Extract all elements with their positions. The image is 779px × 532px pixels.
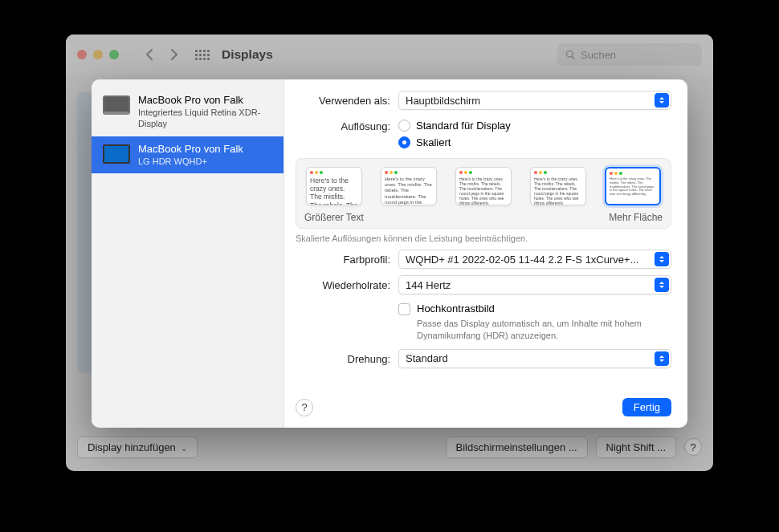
minimize-icon[interactable] (93, 50, 103, 59)
zoom-icon[interactable] (109, 50, 119, 59)
hdr-label: Hochkontrastbild (417, 303, 671, 315)
traffic-lights (77, 50, 119, 59)
scale-option-2[interactable]: Here's to the crazy ones. The misfits. T… (381, 167, 437, 205)
display-list-sidebar: MacBook Pro von Falk Integriertes Liquid… (92, 79, 284, 428)
external-display-icon (103, 144, 130, 164)
display-item-internal[interactable]: MacBook Pro von Falk Integriertes Liquid… (92, 87, 283, 136)
add-display-button[interactable]: Display hinzufügen⌄ (77, 437, 198, 458)
laptop-display-icon (103, 95, 130, 115)
display-settings-sheet: MacBook Pro von Falk Integriertes Liquid… (92, 79, 687, 428)
search-icon (565, 50, 576, 60)
select-arrows-icon (655, 351, 669, 366)
settings-content: Verwenden als: Hauptbildschirm Auflösung… (284, 79, 687, 428)
select-arrows-icon (655, 93, 669, 108)
close-icon[interactable] (77, 50, 87, 59)
scale-label-right: Mehr Fläche (609, 212, 663, 223)
back-button[interactable] (140, 46, 157, 63)
scale-option-1[interactable]: Here's to the crazy ones. The misfits. T… (306, 167, 362, 205)
help-button[interactable]: ? (684, 438, 702, 456)
resolution-label: Auflösung: (296, 116, 398, 132)
scale-warning-note: Skalierte Auflösungen können die Leistun… (296, 234, 671, 243)
rotation-select[interactable]: Standard (398, 349, 671, 368)
search-input[interactable]: Suchen (557, 43, 702, 66)
refresh-rate-select[interactable]: 144 Hertz (398, 275, 671, 294)
color-profile-select[interactable]: WQHD+ #1 2022-02-05 11-44 2.2 F-S 1xCurv… (398, 250, 671, 269)
color-profile-label: Farbprofil: (296, 250, 398, 266)
night-shift-button[interactable]: Night Shift ... (596, 437, 676, 458)
display-sub: LG HDR WQHD+ (138, 156, 243, 167)
search-placeholder: Suchen (581, 49, 616, 61)
hdr-hint: Passe das Display automatisch an, um Inh… (417, 318, 671, 343)
radio-icon (398, 120, 410, 132)
show-all-icon[interactable] (196, 48, 209, 61)
select-arrows-icon (655, 278, 669, 292)
use-as-label: Verwenden als: (296, 91, 398, 107)
scale-option-5[interactable]: Here's to the crazy ones. The misfits. T… (605, 167, 661, 205)
resolution-scaled-radio[interactable]: Skaliert (398, 136, 671, 148)
scale-option-4[interactable]: Here's to the crazy ones. The misfits. T… (530, 167, 586, 205)
display-settings-button[interactable]: Bildschirmeinstellungen ... (446, 437, 588, 458)
display-name: MacBook Pro von Falk (138, 143, 243, 155)
select-arrows-icon (655, 252, 669, 266)
rotation-label: Drehung: (296, 349, 398, 365)
radio-checked-icon (398, 136, 410, 148)
scale-label-left: Größerer Text (304, 212, 364, 223)
use-as-select[interactable]: Hauptbildschirm (398, 91, 671, 110)
refresh-rate-label: Wiederholrate: (296, 275, 398, 291)
hdr-checkbox[interactable] (398, 303, 410, 315)
window-title: Displays (222, 47, 273, 62)
chevron-down-icon: ⌄ (181, 444, 187, 453)
sheet-help-button[interactable]: ? (296, 399, 313, 416)
scaled-resolution-picker: Here's to the crazy ones. The misfits. T… (296, 158, 671, 229)
display-item-external[interactable]: MacBook Pro von Falk LG HDR WQHD+ (92, 136, 283, 173)
titlebar: Displays Suchen (66, 35, 713, 75)
scale-option-3[interactable]: Here's to the crazy ones. The misfits. T… (455, 167, 512, 205)
display-name: MacBook Pro von Falk (138, 94, 272, 106)
bottom-toolbar: Display hinzufügen⌄ Bildschirmeinstellun… (77, 434, 702, 460)
forward-button[interactable] (165, 46, 183, 63)
done-button[interactable]: Fertig (622, 398, 671, 416)
display-sub: Integriertes Liquid Retina XDR-Display (138, 107, 272, 130)
resolution-default-radio[interactable]: Standard für Display (398, 120, 671, 132)
